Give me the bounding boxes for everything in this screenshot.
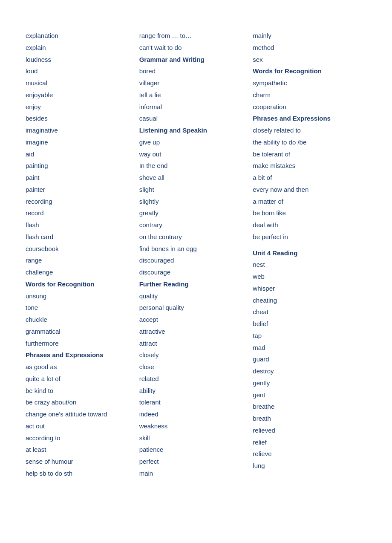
list-item: enjoyable: [26, 89, 139, 101]
list-item: belief: [253, 318, 366, 330]
list-item: relieved: [253, 425, 366, 436]
list-item: aid: [26, 148, 139, 160]
list-item: lung: [253, 460, 366, 472]
list-item: whisper: [253, 283, 366, 295]
list-item: be crazy about/on: [26, 396, 139, 408]
list-item: quality: [139, 290, 253, 302]
list-item: guard: [253, 353, 366, 365]
list-item: musical: [26, 77, 139, 89]
list-item: unsung: [26, 290, 139, 302]
list-item: ability: [139, 385, 253, 397]
list-item: sex: [253, 54, 366, 66]
list-item: Further Reading: [139, 278, 253, 290]
list-item: make mistakes: [253, 160, 366, 172]
list-item: patience: [139, 444, 253, 456]
list-item: help sb to do sth: [26, 468, 139, 479]
list-item: shove all: [139, 172, 253, 184]
list-item: attract: [139, 338, 253, 349]
list-item: breathe: [253, 401, 366, 413]
list-item: closely: [139, 349, 253, 361]
list-item: greatly: [139, 207, 253, 219]
list-item: closely related to: [253, 124, 366, 136]
list-item: furthermore: [26, 338, 139, 349]
list-item: paint: [26, 172, 139, 184]
list-item: mad: [253, 342, 366, 354]
list-item: In the end: [139, 160, 253, 172]
list-item: be born like: [253, 207, 366, 219]
list-item: coursebook: [26, 243, 139, 255]
list-item: the ability to do /be: [253, 136, 366, 148]
list-item: slightly: [139, 196, 253, 208]
list-item: way out: [139, 148, 253, 160]
list-item: range from … to…: [139, 30, 253, 42]
column-1: explanationexplainloudnessloudmusicalenj…: [26, 30, 139, 479]
list-item: related: [139, 373, 253, 385]
list-item: a bit of: [253, 172, 366, 184]
list-item: challenge: [26, 266, 139, 278]
list-item: indeed: [139, 408, 253, 420]
list-item: close: [139, 361, 253, 373]
list-item: breath: [253, 413, 366, 425]
list-item: slight: [139, 184, 253, 196]
list-item: web: [253, 271, 366, 283]
list-item: attractive: [139, 326, 253, 338]
column-3: mainlymethodsexWords for Recognitionsymp…: [253, 30, 366, 479]
list-item: villager: [139, 77, 253, 89]
list-item: recording: [26, 196, 139, 208]
list-item: according to: [26, 432, 139, 444]
list-item: change one's attitude toward: [26, 408, 139, 420]
list-item: sympathetic: [253, 77, 366, 89]
list-item: painting: [26, 160, 139, 172]
list-item: perfect: [139, 456, 253, 468]
list-item: tolerant: [139, 396, 253, 408]
list-item: cheat: [253, 306, 366, 318]
list-item: loud: [26, 65, 139, 77]
list-item: explanation: [26, 30, 139, 42]
list-item: tone: [26, 302, 139, 314]
list-item: be perfect in: [253, 231, 366, 243]
list-item: at least: [26, 444, 139, 456]
main-content: explanationexplainloudnessloudmusicalenj…: [26, 30, 366, 479]
list-item: painter: [26, 184, 139, 196]
list-item: gently: [253, 377, 366, 389]
list-item: discourage: [139, 266, 253, 278]
list-item: give up: [139, 136, 253, 148]
list-item: enjoy: [26, 101, 139, 113]
list-item: accept: [139, 314, 253, 326]
list-item: relief: [253, 436, 366, 448]
list-item: flash: [26, 219, 139, 231]
list-item: charm: [253, 89, 366, 101]
list-item: Words for Recognition: [253, 65, 366, 77]
list-item: be kind to: [26, 385, 139, 397]
list-item: nest: [253, 259, 366, 271]
list-item: imagine: [26, 136, 139, 148]
list-item: besides: [26, 113, 139, 124]
list-item: as good as: [26, 361, 139, 373]
list-item: personal quality: [139, 302, 253, 314]
list-item: loudness: [26, 54, 139, 66]
list-item: Listening and Speakin: [139, 124, 253, 136]
list-item: quite a lot of: [26, 373, 139, 385]
list-item: a matter of: [253, 196, 366, 208]
list-item: Phrases and Expressions: [253, 113, 366, 124]
list-item: Unit 4 Reading: [253, 247, 366, 259]
list-item: Phrases and Expressions: [26, 349, 139, 361]
list-item: record: [26, 207, 139, 219]
list-item: range: [26, 254, 139, 266]
list-item: sense of humour: [26, 456, 139, 468]
list-item: Grammar and Writing: [139, 54, 253, 66]
list-item: imaginative: [26, 124, 139, 136]
list-item: grammatical: [26, 326, 139, 338]
list-item: main: [139, 468, 253, 479]
list-item: flash card: [26, 231, 139, 243]
list-item: tell a lie: [139, 89, 253, 101]
list-item: contrary: [139, 219, 253, 231]
list-item: deal with: [253, 219, 366, 231]
list-item: Words for Recognition: [26, 278, 139, 290]
list-item: gent: [253, 389, 366, 401]
list-item: find bones in an egg: [139, 243, 253, 255]
list-item: tap: [253, 330, 366, 342]
list-item: be tolerant of: [253, 148, 366, 160]
list-item: bored: [139, 65, 253, 77]
list-item: cooperation: [253, 101, 366, 113]
